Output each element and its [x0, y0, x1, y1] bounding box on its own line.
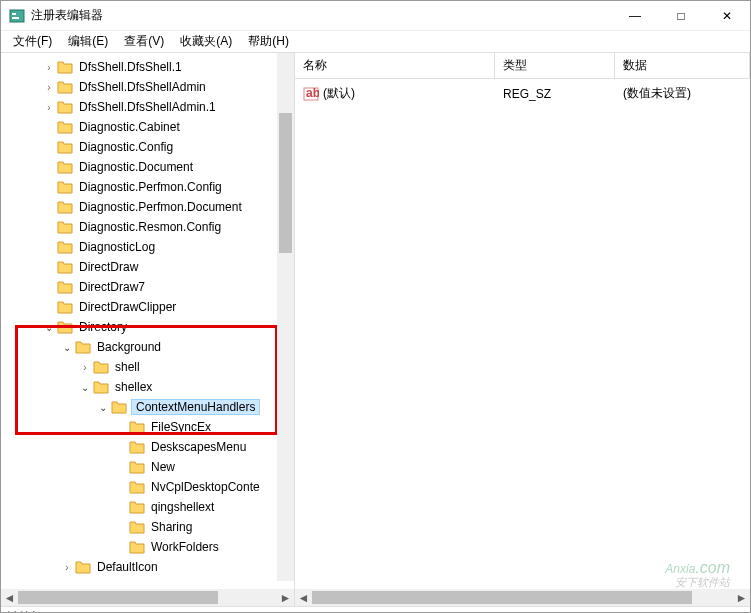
chevron-right-icon[interactable]: ›	[41, 82, 57, 93]
svg-rect-2	[12, 17, 19, 19]
folder-icon	[57, 260, 73, 274]
status-path: 计算机\HKEY_CLASSES_ROOT\Directory\Backgrou…	[7, 609, 465, 613]
folder-icon	[111, 400, 127, 414]
chevron-right-icon[interactable]: ›	[41, 62, 57, 73]
folder-icon	[57, 140, 73, 154]
registry-tree[interactable]: ›DfsShell.DfsShell.1›DfsShell.DfsShellAd…	[1, 53, 294, 581]
tree-item[interactable]: ›shell	[1, 357, 294, 377]
string-value-icon: ab	[303, 86, 319, 102]
tree-label: DefaultIcon	[95, 560, 160, 574]
tree-item[interactable]: qingshellext	[1, 497, 294, 517]
tree-label: ContextMenuHandlers	[131, 399, 260, 415]
tree-item[interactable]: ›DfsShell.DfsShellAdmin.1	[1, 97, 294, 117]
menu-view[interactable]: 查看(V)	[116, 31, 172, 52]
folder-icon	[93, 380, 109, 394]
menu-file[interactable]: 文件(F)	[5, 31, 60, 52]
value-data: (数值未设置)	[615, 83, 750, 104]
title-bar: 注册表编辑器 — □ ✕	[1, 1, 750, 31]
tree-label: Diagnostic.Cabinet	[77, 120, 182, 134]
tree-item[interactable]: Diagnostic.Config	[1, 137, 294, 157]
chevron-down-icon[interactable]: ⌄	[77, 382, 93, 393]
chevron-down-icon[interactable]: ⌄	[41, 322, 57, 333]
tree-item[interactable]: ⌄ContextMenuHandlers	[1, 397, 294, 417]
tree-label: WorkFolders	[149, 540, 221, 554]
tree-item[interactable]: ⌄Directory	[1, 317, 294, 337]
tree-label: DeskscapesMenu	[149, 440, 248, 454]
values-pane: 名称 类型 数据 ab (默认) REG_SZ (数值未设置)	[295, 53, 750, 589]
folder-icon	[57, 220, 73, 234]
tree-item[interactable]: Sharing	[1, 517, 294, 537]
tree-label: DfsShell.DfsShellAdmin	[77, 80, 208, 94]
chevron-right-icon[interactable]: ›	[77, 362, 93, 373]
value-row[interactable]: ab (默认) REG_SZ (数值未设置)	[295, 79, 750, 108]
tree-item[interactable]: FileSyncEx	[1, 417, 294, 437]
menu-favorites[interactable]: 收藏夹(A)	[172, 31, 240, 52]
tree-item[interactable]: DirectDraw7	[1, 277, 294, 297]
maximize-button[interactable]: □	[658, 1, 704, 31]
tree-item[interactable]: ›DfsShell.DfsShell.1	[1, 57, 294, 77]
tree-item[interactable]: Diagnostic.Cabinet	[1, 117, 294, 137]
folder-icon	[57, 180, 73, 194]
folder-icon	[57, 300, 73, 314]
tree-item[interactable]: Diagnostic.Document	[1, 157, 294, 177]
folder-icon	[75, 560, 91, 574]
folder-icon	[129, 520, 145, 534]
tree-item[interactable]: NvCplDesktopConte	[1, 477, 294, 497]
tree-item[interactable]: New	[1, 457, 294, 477]
values-horizontal-scrollbar[interactable]: ◄ ►	[295, 589, 750, 606]
tree-label: Background	[95, 340, 163, 354]
tree-label: DfsShell.DfsShell.1	[77, 60, 184, 74]
column-data[interactable]: 数据	[615, 53, 750, 78]
tree-item[interactable]: ›DfsShell.DfsShellAdmin	[1, 77, 294, 97]
tree-horizontal-scrollbar[interactable]: ◄ ►	[1, 589, 295, 606]
folder-icon	[57, 200, 73, 214]
tree-label: DirectDraw7	[77, 280, 147, 294]
column-type[interactable]: 类型	[495, 53, 615, 78]
tree-label: Diagnostic.Perfmon.Document	[77, 200, 244, 214]
folder-icon	[57, 60, 73, 74]
menu-edit[interactable]: 编辑(E)	[60, 31, 116, 52]
scroll-left-icon[interactable]: ◄	[1, 589, 18, 606]
folder-icon	[129, 540, 145, 554]
tree-label: Diagnostic.Document	[77, 160, 195, 174]
tree-label: DirectDraw	[77, 260, 140, 274]
tree-item[interactable]: Diagnostic.Perfmon.Config	[1, 177, 294, 197]
tree-vertical-scrollbar[interactable]	[277, 53, 294, 581]
tree-item[interactable]: ⌄shellex	[1, 377, 294, 397]
tree-item[interactable]: DirectDrawClipper	[1, 297, 294, 317]
chevron-down-icon[interactable]: ⌄	[59, 342, 75, 353]
menu-bar: 文件(F) 编辑(E) 查看(V) 收藏夹(A) 帮助(H)	[1, 31, 750, 53]
chevron-right-icon[interactable]: ›	[41, 102, 57, 113]
close-button[interactable]: ✕	[704, 1, 750, 31]
tree-label: DiagnosticLog	[77, 240, 157, 254]
tree-label: NvCplDesktopConte	[149, 480, 262, 494]
tree-label: New	[149, 460, 177, 474]
scroll-left-icon[interactable]: ◄	[295, 589, 312, 606]
svg-rect-1	[12, 13, 16, 15]
column-name[interactable]: 名称	[295, 53, 495, 78]
chevron-down-icon[interactable]: ⌄	[95, 402, 111, 413]
tree-item[interactable]: DirectDraw	[1, 257, 294, 277]
tree-item[interactable]: Diagnostic.Perfmon.Document	[1, 197, 294, 217]
tree-item[interactable]: ⌄Background	[1, 337, 294, 357]
tree-item[interactable]: DiagnosticLog	[1, 237, 294, 257]
folder-icon	[129, 440, 145, 454]
folder-icon	[57, 280, 73, 294]
tree-item[interactable]: WorkFolders	[1, 537, 294, 557]
value-type: REG_SZ	[495, 83, 615, 104]
scroll-right-icon[interactable]: ►	[277, 589, 294, 606]
folder-icon	[57, 320, 73, 334]
tree-label: qingshellext	[149, 500, 216, 514]
folder-icon	[129, 500, 145, 514]
tree-item[interactable]: ›DefaultIcon	[1, 557, 294, 577]
svg-rect-0	[10, 10, 24, 22]
folder-icon	[129, 460, 145, 474]
tree-item[interactable]: DeskscapesMenu	[1, 437, 294, 457]
tree-item[interactable]: Diagnostic.Resmon.Config	[1, 217, 294, 237]
chevron-right-icon[interactable]: ›	[59, 562, 75, 573]
value-name: (默认)	[323, 85, 355, 102]
minimize-button[interactable]: —	[612, 1, 658, 31]
menu-help[interactable]: 帮助(H)	[240, 31, 297, 52]
scroll-right-icon[interactable]: ►	[733, 589, 750, 606]
tree-label: DfsShell.DfsShellAdmin.1	[77, 100, 218, 114]
